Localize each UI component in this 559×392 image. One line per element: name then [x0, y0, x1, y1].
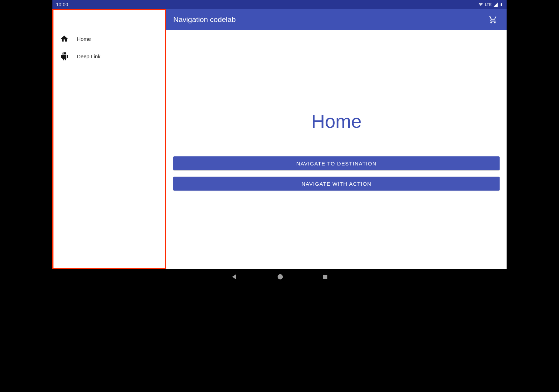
shopping-cart-icon	[488, 15, 498, 24]
battery-icon	[500, 2, 503, 7]
signal-icon	[493, 2, 498, 7]
svg-rect-1	[323, 275, 327, 279]
triangle-back-icon	[231, 273, 238, 281]
sidebar-item-label: Home	[77, 36, 91, 42]
sidebar-item-deeplink[interactable]: Deep Link	[52, 47, 166, 65]
status-time: 10:00	[56, 2, 68, 7]
drawer-header	[52, 9, 166, 30]
device-frame: 10:00 LTE Home Deep Link Navigati	[52, 0, 507, 286]
system-nav-bar	[52, 269, 507, 286]
home-icon	[60, 35, 68, 43]
navigate-destination-button[interactable]: Navigate to Destination	[173, 156, 500, 170]
sidebar-item-label: Deep Link	[77, 53, 101, 59]
screen-content: Home Navigate to Destination Navigate wi…	[166, 30, 507, 269]
android-icon	[60, 52, 68, 60]
network-label: LTE	[485, 2, 492, 7]
home-button[interactable]	[277, 273, 284, 282]
main-column: Navigation codelab Home Navigate to Dest…	[166, 9, 507, 269]
square-recents-icon	[322, 274, 328, 280]
app-bar: Navigation codelab	[166, 9, 507, 30]
app-body: Home Deep Link Navigation codelab Home N…	[52, 9, 507, 269]
navigate-action-button[interactable]: Navigate with Action	[173, 177, 500, 191]
svg-point-0	[278, 274, 283, 280]
status-icons: LTE	[478, 2, 503, 7]
status-bar: 10:00 LTE	[52, 0, 507, 9]
app-bar-title: Navigation codelab	[173, 15, 236, 24]
page-title: Home	[311, 110, 362, 132]
nav-drawer: Home Deep Link	[52, 9, 166, 269]
circle-home-icon	[277, 273, 284, 280]
wifi-icon	[478, 2, 484, 7]
back-button[interactable]	[231, 273, 238, 282]
cart-button[interactable]	[486, 13, 500, 26]
sidebar-item-home[interactable]: Home	[52, 30, 166, 47]
recents-button[interactable]	[322, 274, 328, 281]
